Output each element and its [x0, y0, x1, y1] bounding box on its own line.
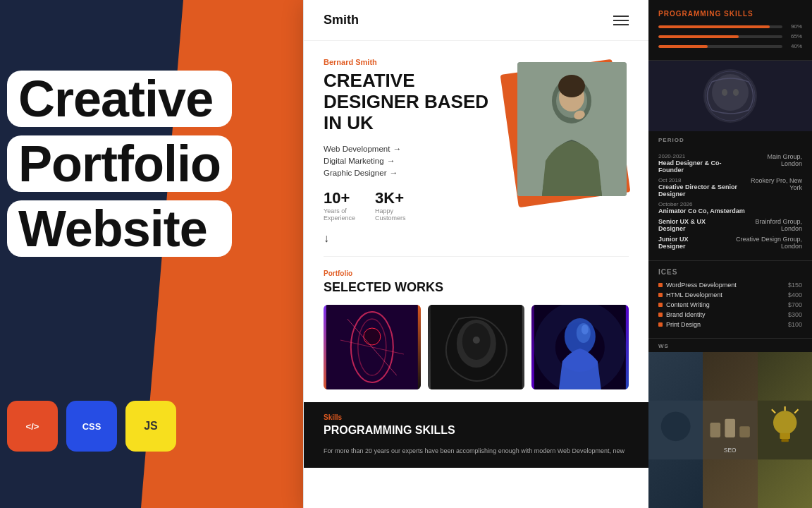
skill-pct-3: 40%: [787, 43, 802, 49]
skill-row-1: 90%: [658, 23, 802, 30]
right-experience: 2020-2021 Head Designer & Co-Founder Mai…: [648, 146, 812, 261]
stat-number-1: 10+: [324, 189, 350, 207]
left-line2: Portfolio: [7, 135, 232, 192]
hero-card-photo: [517, 62, 627, 196]
stat-number-2: 3K+: [375, 189, 404, 207]
work-item-1[interactable]: [324, 305, 421, 389]
service-name-2: HTML Development: [666, 291, 722, 298]
stat-label-2: HappyCustomers: [375, 207, 406, 223]
left-content: Creative Portfolio Website: [7, 71, 232, 265]
hero-image-area: [496, 55, 637, 196]
left-line1: Creative: [7, 71, 232, 127]
exp-company-2: Rookery Pro, New York: [748, 177, 802, 191]
svg-point-13: [472, 337, 479, 344]
right-skills-title: PROGRAMMING SKILLS: [658, 10, 802, 18]
hamburger-menu[interactable]: [613, 16, 629, 25]
stat-experience: 10+ Years ofExperience: [324, 189, 355, 223]
exp-title-4: Senior UX & UX Designer: [658, 218, 733, 232]
svg-point-23: [722, 89, 727, 96]
bottom-photo-2: SEO: [703, 352, 757, 508]
work-item-3[interactable]: [531, 305, 629, 389]
person-illustration: [517, 62, 627, 196]
news-label: WS: [648, 339, 812, 352]
exp-item-2: Oct 2018 Creative Director & Senior Desi…: [658, 177, 802, 198]
skill-row-2: 65%: [658, 33, 802, 40]
navbar: Smith: [304, 0, 648, 41]
svg-rect-28: [710, 423, 721, 437]
exp-item-5: Junior UX Designer Creative Design Group…: [658, 236, 802, 250]
js-icon: JS: [125, 401, 176, 452]
exp-company-5: Creative Design Group, London: [715, 236, 802, 250]
stat-label-1: Years ofExperience: [324, 207, 355, 223]
html-icon: </>: [7, 401, 58, 452]
exp-date-2: Oct 2018: [658, 177, 748, 183]
svg-rect-34: [780, 433, 790, 439]
service-name-4: Brand Identity: [666, 311, 706, 318]
navbar-brand: Smith: [324, 13, 359, 28]
skills-title: PROGRAMMING SKILLS: [324, 424, 629, 437]
svg-rect-30: [740, 426, 751, 437]
exp-date-1: 2020-2021: [658, 153, 745, 159]
hero-title: CREATIVE DESIGNER BASED IN UK: [324, 71, 493, 134]
period-label: PERIOD: [648, 131, 812, 146]
svg-point-4: [558, 75, 585, 97]
service-price-1: $150: [788, 282, 802, 289]
svg-point-33: [773, 411, 796, 434]
exp-company-4: Brainford Group, London: [733, 218, 802, 232]
service-name-5: Print Design: [666, 321, 701, 328]
right-bottom-photos: SEO: [648, 352, 812, 508]
service-5: Print Design $100: [658, 321, 802, 328]
svg-rect-29: [725, 419, 736, 437]
exp-date-3: October 2026: [658, 201, 745, 207]
skill-pct-2: 65%: [787, 33, 802, 40]
right-services: ICES WordPress Development $150 HTML Dev…: [648, 261, 812, 339]
svg-point-17: [582, 325, 589, 334]
exp-company-1: Main Group, London: [745, 153, 802, 167]
skill-fill-1: [658, 25, 770, 28]
skill-pct-1: 90%: [787, 23, 802, 30]
right-skills: PROGRAMMING SKILLS 90% 65% 40%: [648, 0, 812, 61]
service-price-4: $300: [788, 311, 802, 318]
service-price-2: $400: [788, 291, 802, 298]
hero-section: Bernard Smith CREATIVE DESIGNER BASED IN…: [304, 41, 648, 256]
scroll-down-arrow[interactable]: ↓: [324, 232, 629, 245]
portfolio-title: SELECTED WORKS: [324, 280, 629, 295]
right-photo: [648, 61, 812, 131]
exp-title-3: Animator Co Co, Amsterdam: [658, 207, 745, 214]
service-price-5: $100: [788, 321, 802, 328]
service-4: Brand Identity $300: [658, 311, 802, 318]
svg-point-9: [364, 328, 381, 345]
service-name-3: Content Writing: [666, 301, 710, 308]
services-label: ICES: [658, 268, 802, 276]
service-name-1: WordPress Development: [666, 282, 737, 289]
skills-label: Skills: [324, 413, 629, 421]
exp-item-1: 2020-2021 Head Designer & Co-Founder Mai…: [658, 153, 802, 174]
exp-item-3: October 2026 Animator Co Co, Amsterdam: [658, 201, 802, 214]
exp-item-4: Senior UX & UX Designer Brainford Group,…: [658, 218, 802, 232]
tech-icons: </> CSS JS: [7, 401, 176, 452]
left-line3: Website: [7, 200, 232, 257]
bottom-photo-1: [648, 352, 703, 508]
work-item-2[interactable]: [428, 305, 525, 389]
skill-fill-2: [658, 35, 739, 38]
skill-row-3: 40%: [658, 43, 802, 49]
service-3: Content Writing $700: [658, 301, 802, 308]
skill-fill-3: [658, 45, 708, 48]
portfolio-section: Portfolio SELECTED WORKS: [304, 257, 648, 402]
service-1: WordPress Development $150: [658, 282, 802, 289]
svg-point-24: [733, 89, 739, 96]
service-2: HTML Development $400: [658, 291, 802, 298]
exp-title-2: Creative Director & Senior Designer: [658, 183, 748, 198]
portfolio-preview: Smith Bernard Smith CREATIVE DESIGNER BA…: [303, 0, 648, 508]
svg-text:SEO: SEO: [724, 447, 737, 454]
stat-customers: 3K+ HappyCustomers: [375, 189, 406, 223]
service-price-3: $700: [788, 301, 802, 308]
portfolio-label: Portfolio: [324, 270, 629, 277]
css-icon: CSS: [66, 401, 117, 452]
exp-title-1: Head Designer & Co-Founder: [658, 159, 745, 174]
skills-desc: For more than 20 years our experts have …: [324, 447, 629, 456]
exp-title-5: Junior UX Designer: [658, 236, 715, 250]
skills-bottom: Skills PROGRAMMING SKILLS For more than …: [304, 402, 648, 468]
svg-point-26: [661, 411, 691, 441]
works-grid: [324, 305, 629, 389]
